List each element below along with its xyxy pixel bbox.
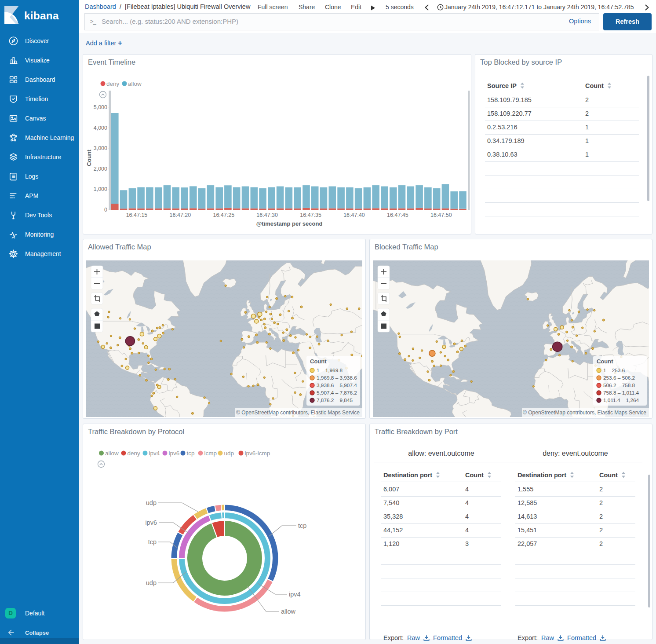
svg-text:1,969.8 – 3,938.6: 1,969.8 – 3,938.6 [317, 375, 357, 381]
svg-text:allow: allow [128, 80, 142, 87]
svg-text:4,000: 4,000 [94, 125, 107, 131]
svg-text:allow: allow [105, 450, 119, 457]
svg-text:© OpenStreetMap contributors,: © OpenStreetMap contributors, Elastic Ma… [523, 410, 646, 416]
svg-text:16:47:45: 16:47:45 [387, 212, 408, 218]
svg-text:ipv6: ipv6 [169, 450, 180, 457]
svg-text:3,938.6 – 5,907.4: 3,938.6 – 5,907.4 [317, 382, 357, 388]
svg-text:ipv6: ipv6 [145, 519, 157, 526]
svg-text:16:47:40: 16:47:40 [343, 212, 365, 218]
svg-text:758.8 – 1,011.4: 758.8 – 1,011.4 [603, 390, 639, 396]
svg-text:udp: udp [146, 579, 157, 586]
svg-text:1,011.4 – 1,264: 1,011.4 – 1,264 [603, 397, 639, 403]
svg-text:1 – 1,969.8: 1 – 1,969.8 [317, 367, 343, 373]
svg-text:udp: udp [146, 499, 157, 506]
svg-text:16:47:25: 16:47:25 [213, 212, 234, 218]
svg-text:Count: Count [597, 358, 613, 365]
svg-text:1 – 253.6: 1 – 253.6 [603, 367, 625, 373]
svg-text:tcp: tcp [187, 450, 195, 457]
svg-text:deny: deny [106, 80, 120, 87]
svg-text:16:47:20: 16:47:20 [170, 212, 191, 218]
svg-text:3,000: 3,000 [94, 145, 107, 151]
svg-text:deny: deny [128, 450, 141, 457]
svg-text:16:47:35: 16:47:35 [300, 212, 321, 218]
svg-text:@timestamp per second: @timestamp per second [256, 220, 323, 227]
svg-text:16:47:50: 16:47:50 [430, 212, 452, 218]
svg-text:Count: Count [86, 150, 92, 166]
svg-text:7,876.2 – 9,845: 7,876.2 – 9,845 [317, 397, 353, 403]
svg-text:253.6 – 506.2: 253.6 – 506.2 [603, 375, 635, 381]
svg-text:5,907.4 – 7,876.2: 5,907.4 – 7,876.2 [317, 390, 357, 396]
svg-text:tcp: tcp [148, 538, 157, 545]
svg-text:ipv4: ipv4 [289, 591, 301, 598]
svg-text:506.2 – 758.8: 506.2 – 758.8 [603, 382, 635, 388]
svg-text:ipv4: ipv4 [149, 450, 160, 457]
svg-text:0: 0 [104, 207, 107, 213]
svg-text:icmp: icmp [204, 450, 217, 457]
svg-text:1,000: 1,000 [94, 186, 107, 192]
svg-text:© OpenStreetMap contributors,: © OpenStreetMap contributors, Elastic Ma… [236, 410, 360, 416]
svg-text:udp: udp [224, 450, 234, 457]
svg-text:ipv6-icmp: ipv6-icmp [245, 450, 270, 457]
svg-text:16:47:15: 16:47:15 [126, 212, 148, 218]
svg-text:16:47:30: 16:47:30 [256, 212, 278, 218]
svg-text:5,000: 5,000 [94, 104, 107, 110]
svg-text:tcp: tcp [298, 522, 306, 529]
svg-text:Count: Count [310, 358, 327, 365]
svg-text:2,000: 2,000 [94, 166, 107, 172]
svg-text:allow: allow [281, 608, 296, 615]
